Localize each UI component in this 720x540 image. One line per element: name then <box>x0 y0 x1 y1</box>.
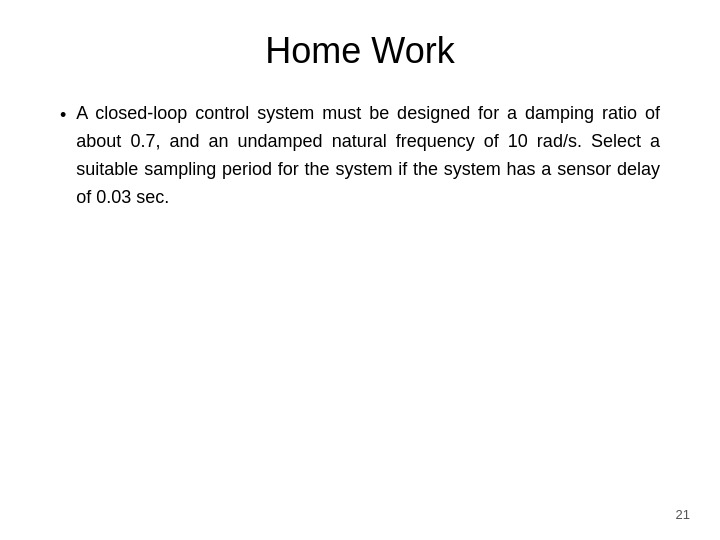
page-number: 21 <box>676 507 690 522</box>
bullet-text: A closed-loop control system must be des… <box>76 100 660 212</box>
slide-content: • A closed-loop control system must be d… <box>50 100 670 212</box>
slide-title: Home Work <box>50 30 670 72</box>
bullet-item: • A closed-loop control system must be d… <box>60 100 660 212</box>
slide: Home Work • A closed-loop control system… <box>0 0 720 540</box>
bullet-dot: • <box>60 102 66 129</box>
